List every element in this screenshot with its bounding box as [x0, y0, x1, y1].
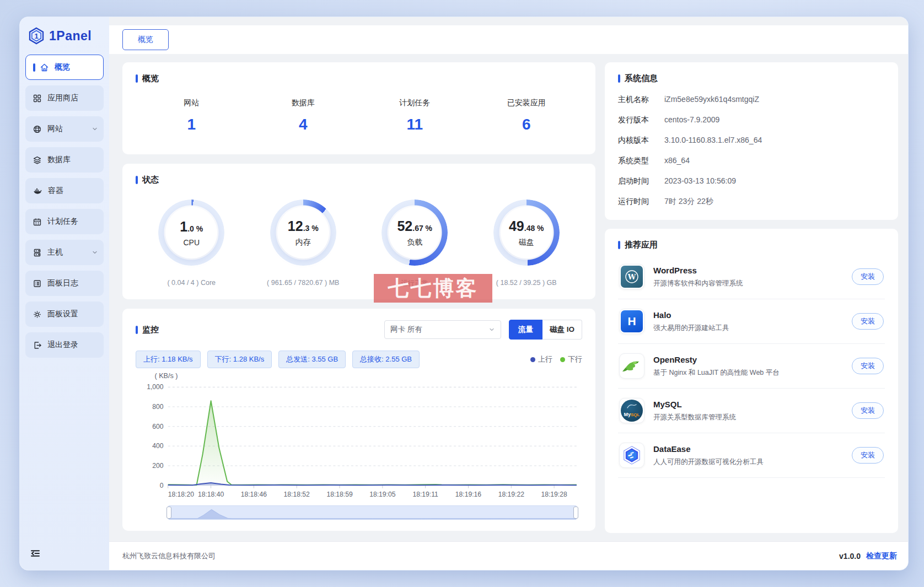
sidebar-item-label: 应用商店 — [47, 93, 78, 103]
brush-handle-right[interactable] — [573, 507, 578, 519]
check-update-link[interactable]: 检查更新 — [866, 551, 897, 561]
disk-io-button[interactable]: 磁盘 IO — [542, 320, 582, 340]
info-row-hostname: 主机名称 iZm5e8e59yxk61q4smtgqiZ — [618, 95, 885, 105]
collapse-sidebar-icon[interactable] — [30, 548, 41, 559]
load-gauge-center: 52.67 % 负载 — [389, 207, 440, 259]
info-value: centos-7.9.2009 — [664, 115, 719, 125]
sidebar-item-panel-settings[interactable]: 面板设置 — [25, 301, 104, 327]
database-icon — [33, 155, 42, 165]
app-row-halo: H Halo 强大易用的开源建站工具 安装 — [618, 299, 885, 344]
gauge-subtext: ( 961.65 / 7820.67 ) MB — [267, 279, 339, 287]
sidebar-item-website[interactable]: 网站 — [25, 116, 104, 142]
gauge-value-dec: .48 % — [524, 224, 544, 233]
topbar: 概览 — [109, 25, 908, 54]
gauge-value: 12 — [288, 218, 303, 234]
stat-databases[interactable]: 数据库 4 — [248, 98, 359, 133]
chart-datazoom-brush[interactable] — [168, 505, 577, 520]
svg-text:18:18:52: 18:18:52 — [284, 491, 310, 498]
stat-cronjobs[interactable]: 计划任务 11 — [359, 98, 471, 133]
app-row-dataease: DataEase 人人可用的开源数据可视化分析工具 安装 — [618, 433, 885, 478]
monitor-card: 监控 网卡 所有 流量 磁盘 IO — [122, 309, 595, 531]
svg-text:1,000: 1,000 — [147, 383, 164, 391]
chart-legend: 上行 下行 — [530, 354, 582, 364]
svg-text:0: 0 — [160, 482, 164, 489]
overview-card-title: 概览 — [136, 73, 582, 84]
legend-down-label: 下行 — [568, 354, 582, 364]
svg-text:800: 800 — [152, 403, 164, 411]
sidebar-item-logout[interactable]: 退出登录 — [25, 332, 104, 358]
content-area: 概览 网站 1 数据库 4 计划任务 11 — [109, 54, 908, 533]
gauge-value: 49 — [509, 218, 524, 234]
app-desc: 强大易用的开源建站工具 — [653, 324, 729, 333]
svg-text:18:18:40: 18:18:40 — [198, 491, 224, 498]
gear-icon — [33, 310, 42, 319]
disk-gauge-center: 49.48 % 磁盘 — [501, 207, 552, 259]
brand-name: 1Panel — [49, 29, 92, 44]
halo-icon: H — [619, 309, 644, 334]
sidebar-item-label: 数据库 — [47, 155, 71, 165]
install-mysql-button[interactable]: 安装 — [852, 402, 884, 419]
appstore-icon — [33, 94, 42, 103]
brand-logo: 1 1Panel — [20, 17, 109, 52]
gauge-value-dec: .0 % — [187, 224, 203, 233]
sidebar-item-appstore[interactable]: 应用商店 — [25, 85, 104, 111]
stat-websites[interactable]: 网站 1 — [136, 98, 248, 133]
info-label: 内核版本 — [618, 136, 664, 146]
tab-overview[interactable]: 概览 — [122, 29, 169, 50]
sidebar-item-container[interactable]: 容器 — [25, 178, 104, 203]
svg-text:( KB/s ): ( KB/s ) — [154, 372, 178, 380]
gauge-label: 负载 — [407, 238, 422, 247]
log-icon — [33, 279, 42, 288]
sidebar-item-database[interactable]: 数据库 — [25, 147, 104, 173]
svg-text:600: 600 — [152, 423, 164, 430]
stat-installed-apps[interactable]: 已安装应用 6 — [471, 98, 583, 133]
legend-up[interactable]: 上行 — [530, 354, 552, 364]
main-area: 概览 概览 网站 1 数据库 — [109, 17, 908, 570]
recommended-apps-title: 推荐应用 — [618, 240, 885, 250]
sidebar-item-label: 主机 — [47, 247, 63, 257]
install-wordpress-button[interactable]: 安装 — [852, 268, 884, 285]
overview-stats: 网站 1 数据库 4 计划任务 11 已安装应用 — [136, 98, 582, 133]
sidebar-item-overview[interactable]: 概览 — [25, 55, 104, 80]
install-openresty-button[interactable]: 安装 — [852, 358, 884, 374]
title-accent-bar — [136, 326, 138, 334]
svg-text:18:19:28: 18:19:28 — [541, 491, 567, 498]
gauge-label: CPU — [183, 238, 200, 247]
dataease-icon — [619, 443, 644, 468]
gauge-disk: 49.48 % 磁盘 ( 18.52 / 39.25 ) GB — [471, 200, 583, 288]
legend-down[interactable]: 下行 — [560, 354, 582, 364]
svg-text:18:19:05: 18:19:05 — [369, 491, 396, 498]
home-icon — [40, 63, 49, 72]
sidebar-item-label: 网站 — [47, 124, 63, 134]
gauge-load: 52.67 % 负载 运行正常 — [359, 200, 471, 288]
title-accent-bar — [136, 74, 138, 83]
traffic-button[interactable]: 流量 — [509, 320, 542, 340]
chevron-down-icon — [92, 126, 98, 132]
app-name: Halo — [653, 310, 729, 320]
brush-handle-left[interactable] — [166, 507, 171, 519]
gauge-subtext: ( 18.52 / 39.25 ) GB — [496, 279, 557, 287]
info-value: 7时 23分 22秒 — [664, 197, 713, 207]
download-speed-badge: 下行: 1.28 KB/s — [207, 351, 272, 368]
install-dataease-button[interactable]: 安装 — [852, 447, 884, 464]
status-card-title: 状态 — [136, 175, 582, 185]
app-row-wordpress: W WordPress 开源博客软件和内容管理系统 安装 — [618, 255, 885, 299]
app-row-mysql: MySQL MySQL 开源关系型数据库管理系统 安装 — [618, 389, 885, 433]
info-value: 3.10.0-1160.83.1.el7.x86_64 — [664, 136, 762, 146]
nic-select[interactable]: 网卡 所有 — [384, 320, 501, 339]
status-title-text: 状态 — [142, 175, 159, 185]
docker-icon — [33, 186, 42, 196]
brush-mini-chart — [169, 506, 576, 519]
sidebar-item-host[interactable]: 主机 — [25, 240, 104, 265]
sidebar-item-cron[interactable]: 计划任务 — [25, 209, 104, 234]
install-halo-button[interactable]: 安装 — [852, 313, 884, 330]
sidebar-item-label: 面板设置 — [47, 309, 78, 319]
sidebar-item-panel-log[interactable]: 面板日志 — [25, 271, 104, 296]
app-name: MySQL — [653, 400, 736, 409]
gauge-subtext: ( 0.04 / 4 ) Core — [167, 279, 216, 287]
info-label: 启动时间 — [618, 176, 664, 186]
stat-value: 11 — [359, 116, 471, 133]
globe-icon — [33, 125, 42, 134]
app-desc: 开源博客软件和内容管理系统 — [653, 279, 743, 288]
info-row-arch: 系统类型 x86_64 — [618, 156, 885, 166]
